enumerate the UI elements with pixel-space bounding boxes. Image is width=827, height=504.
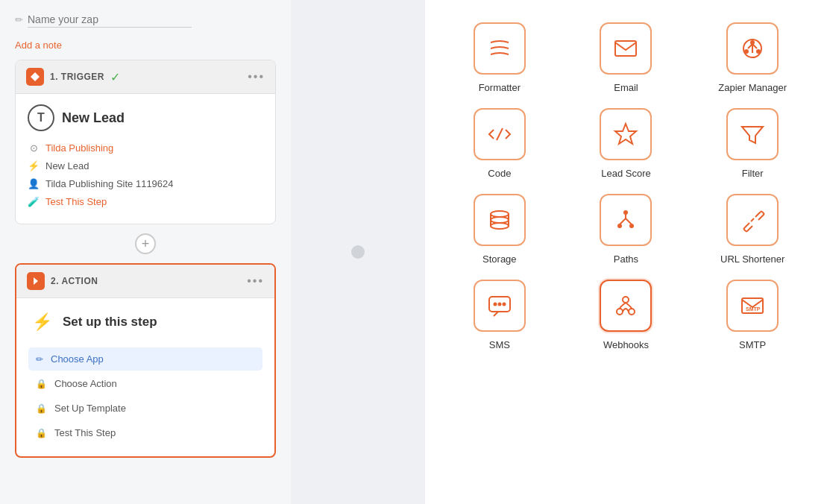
trigger-card: 1. TRIGGER ✓ ••• T New Lead ⊙ Tilda Publ…	[15, 60, 276, 224]
trigger-bolt-icon: ⚡	[28, 160, 40, 171]
app-icon-lead-score	[600, 108, 652, 160]
trigger-step-label: 1. TRIGGER	[50, 72, 104, 82]
trigger-lead-row: ⚡ New Lead	[28, 160, 263, 171]
svg-rect-2	[615, 41, 636, 56]
app-label-smtp: SMTP	[739, 339, 766, 350]
action-menu-item[interactable]: 🔒Test This Step	[28, 421, 262, 444]
lock-icon: 🔒	[36, 379, 47, 389]
svg-point-9	[491, 217, 509, 223]
plus-connector: +	[15, 233, 276, 254]
left-panel: ✏ Add a note 1. TRIGGER ✓ ••• T New Lead	[0, 0, 291, 504]
svg-point-18	[617, 309, 623, 315]
trigger-app-icon: T	[28, 104, 54, 131]
svg-point-6	[757, 50, 760, 53]
app-item-sms[interactable]: SMS	[447, 280, 552, 350]
trigger-test-row: 🧪 Test This Step	[28, 195, 263, 207]
trigger-site-row: 👤 Tilda Publishing Site 1119624	[28, 177, 263, 189]
middle-divider	[291, 0, 425, 504]
lock-icon: 🔒	[36, 428, 47, 438]
action-body: ⚡ Set up this step ✏Choose App🔒Choose Ac…	[16, 298, 274, 456]
action-menu-label: Test This Step	[54, 427, 116, 438]
app-icon-code	[474, 108, 526, 160]
svg-point-20	[623, 297, 629, 303]
action-menu-item[interactable]: ✏Choose App	[28, 347, 262, 371]
app-icon-smtp: SMTP	[726, 280, 779, 332]
svg-point-4	[751, 41, 754, 44]
svg-point-12	[618, 224, 621, 227]
action-title: Set up this step	[63, 315, 157, 330]
svg-point-16	[498, 303, 500, 306]
action-menu-button[interactable]: •••	[247, 274, 264, 288]
action-header: 2. ACTION •••	[16, 265, 274, 298]
app-icon-sms	[474, 280, 526, 332]
apps-grid: Formatter Email Zapier Manager Code Lead…	[447, 22, 805, 350]
app-icon-paths	[600, 194, 652, 246]
svg-point-15	[494, 303, 496, 306]
svg-marker-7	[615, 124, 636, 144]
svg-point-5	[745, 50, 748, 53]
app-label-code: Code	[488, 168, 511, 179]
svg-marker-0	[31, 72, 40, 81]
svg-text:SMTP: SMTP	[746, 306, 761, 312]
app-icon-formatter	[474, 22, 526, 75]
trigger-title: New Lead	[62, 110, 125, 126]
action-bolt-icon: ⚡	[28, 309, 55, 336]
action-step-label: 2. ACTION	[51, 276, 98, 286]
app-item-code[interactable]: Code	[447, 108, 552, 179]
app-label-email: Email	[614, 82, 638, 93]
zap-name-input[interactable]	[28, 12, 192, 28]
svg-point-17	[503, 303, 505, 306]
app-item-formatter[interactable]: Formatter	[447, 22, 552, 93]
svg-marker-1	[34, 277, 38, 285]
svg-point-19	[629, 309, 635, 315]
app-label-url-shortener: URL Shortener	[720, 253, 784, 265]
trigger-check-icon: ✓	[110, 70, 120, 84]
trigger-body: T New Lead ⊙ Tilda Publishing ⚡ New Lead…	[16, 94, 275, 224]
app-item-webhooks[interactable]: Webhooks	[574, 280, 679, 350]
app-item-smtp[interactable]: SMTP SMTP	[700, 280, 805, 350]
app-icon-zapier-manager	[726, 22, 779, 75]
app-item-email[interactable]: Email	[574, 22, 679, 93]
action-menu-item[interactable]: 🔒Choose Action	[28, 372, 262, 395]
trigger-publishing-link[interactable]: Tilda Publishing	[45, 142, 113, 154]
svg-point-8	[491, 211, 509, 217]
trigger-test-icon: 🧪	[28, 195, 40, 207]
action-menu-label: Choose App	[51, 353, 104, 365]
app-label-lead-score: Lead Score	[601, 168, 651, 179]
app-label-webhooks: Webhooks	[603, 339, 649, 350]
zap-name-row: ✏	[15, 12, 276, 31]
app-icon-email	[600, 22, 652, 75]
trigger-publishing-icon: ⊙	[28, 142, 40, 154]
trigger-header: 1. TRIGGER ✓ •••	[16, 60, 275, 94]
add-step-button[interactable]: +	[135, 233, 156, 254]
app-item-url-shortener[interactable]: URL Shortener	[700, 194, 805, 265]
svg-point-11	[624, 211, 627, 214]
app-item-lead-score[interactable]: Lead Score	[574, 108, 679, 179]
trigger-test-button[interactable]: Test This Step	[45, 196, 107, 207]
app-label-paths: Paths	[614, 253, 638, 265]
svg-point-13	[630, 224, 633, 227]
app-label-storage: Storage	[482, 253, 517, 265]
action-card: 2. ACTION ••• ⚡ Set up this step ✏Choose…	[15, 263, 276, 458]
app-icon-storage	[474, 194, 526, 246]
trigger-lead-label: New Lead	[45, 160, 89, 171]
action-menu-list: ✏Choose App🔒Choose Action🔒Set Up Templat…	[28, 347, 262, 444]
edit-icon: ✏	[15, 14, 23, 25]
pencil-icon: ✏	[36, 354, 43, 365]
app-icon-webhooks	[600, 280, 652, 332]
trigger-badge	[26, 68, 44, 86]
trigger-site-icon: 👤	[28, 177, 40, 189]
app-item-storage[interactable]: Storage	[447, 194, 552, 265]
app-item-zapier-manager[interactable]: Zapier Manager	[700, 22, 805, 93]
right-panel: Formatter Email Zapier Manager Code Lead…	[425, 0, 827, 504]
trigger-menu-button[interactable]: •••	[248, 70, 265, 84]
action-menu-item[interactable]: 🔒Set Up Template	[28, 397, 262, 420]
app-label-formatter: Formatter	[479, 82, 521, 93]
app-item-paths[interactable]: Paths	[574, 194, 679, 265]
app-item-filter[interactable]: Filter	[700, 108, 805, 179]
action-badge	[27, 272, 45, 290]
middle-circle	[351, 245, 365, 259]
add-note-link[interactable]: Add a note	[15, 40, 276, 51]
app-label-filter: Filter	[742, 168, 764, 179]
lock-icon: 🔒	[36, 403, 47, 414]
